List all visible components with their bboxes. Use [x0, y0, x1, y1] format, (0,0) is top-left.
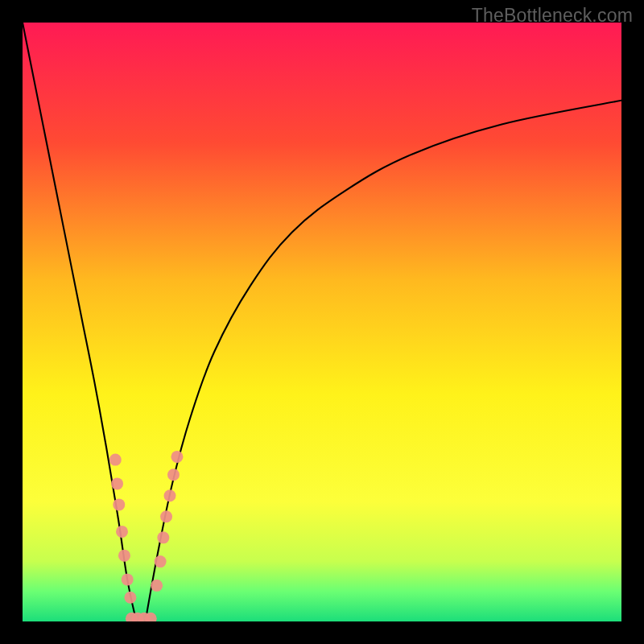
data-point — [109, 454, 122, 466]
data-point — [160, 510, 172, 522]
plot-area — [23, 23, 621, 621]
chart-svg — [23, 23, 621, 621]
chart-frame: TheBottleneck.com — [0, 0, 644, 644]
data-point — [151, 580, 163, 592]
data-point — [171, 451, 183, 463]
watermark-text: TheBottleneck.com — [472, 5, 633, 27]
data-point — [111, 477, 123, 489]
data-point — [118, 550, 130, 562]
data-point — [116, 526, 128, 538]
data-point — [157, 531, 169, 543]
data-point — [155, 555, 167, 568]
data-point — [164, 489, 176, 502]
data-point — [124, 592, 136, 604]
data-point — [113, 498, 125, 510]
gradient-background — [23, 23, 621, 621]
data-point — [122, 573, 134, 585]
data-point — [167, 469, 180, 481]
